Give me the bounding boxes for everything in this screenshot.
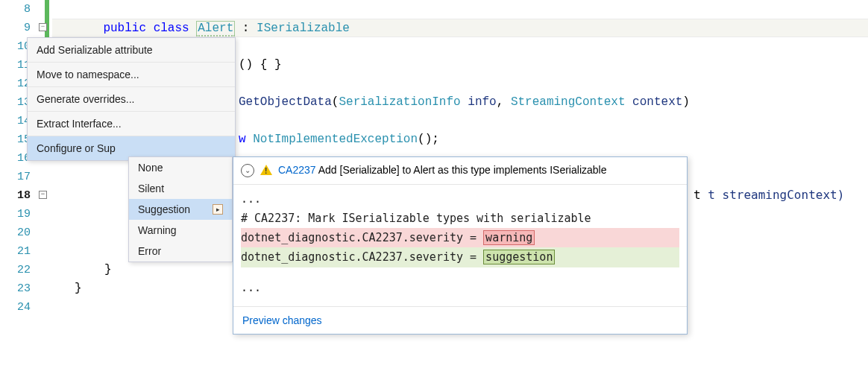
line-number: 23 bbox=[0, 279, 51, 298]
line-number: 19 bbox=[0, 205, 51, 224]
chevron-right-icon: ▸ bbox=[213, 204, 223, 215]
severity-error[interactable]: Error bbox=[129, 241, 232, 262]
line-number: 22 bbox=[0, 261, 51, 279]
menu-item-extract-interface[interactable]: Extract Interface... bbox=[28, 112, 235, 136]
diff-ellipsis: ... bbox=[241, 278, 679, 297]
code-fragment: t t streamingContext) bbox=[694, 188, 844, 202]
menu-item-add-serializable[interactable]: Add Serializable attribute bbox=[28, 38, 235, 63]
severity-silent[interactable]: Silent bbox=[129, 178, 232, 199]
severity-none[interactable]: None bbox=[129, 157, 232, 178]
fix-preview-panel: ⌄ CA2237 Add [Serializable] to Alert as … bbox=[233, 156, 688, 335]
preview-header: ⌄ CA2237 Add [Serializable] to Alert as … bbox=[233, 157, 687, 185]
line-number: 21 bbox=[0, 242, 51, 261]
fold-toggle[interactable]: − bbox=[39, 23, 47, 31]
chevron-down-icon[interactable]: ⌄ bbox=[241, 164, 254, 177]
severity-warning[interactable]: Warning bbox=[129, 220, 232, 241]
line-number: 9− bbox=[0, 19, 51, 37]
line-number: 20 bbox=[0, 224, 51, 242]
warning-icon bbox=[260, 165, 272, 175]
code-line bbox=[52, 0, 868, 19]
menu-item-generate-overrides[interactable]: Generate overrides... bbox=[28, 87, 235, 112]
diff-removed-line: dotnet_diagnostic.CA2237.severity = warn… bbox=[241, 228, 679, 247]
line-number: 18− bbox=[0, 186, 51, 205]
line-number: 8 bbox=[0, 0, 51, 19]
line-number: 24 bbox=[0, 298, 51, 317]
severity-suggestion[interactable]: Suggestion▸ bbox=[129, 199, 232, 220]
preview-changes-link[interactable]: Preview changes bbox=[233, 306, 687, 334]
diff-added-line: dotnet_diagnostic.CA2237.severity = sugg… bbox=[241, 247, 679, 267]
preview-diff: ... # CA2237: Mark ISerializable types w… bbox=[233, 185, 687, 306]
class-identifier: Alert bbox=[196, 21, 235, 37]
diff-ellipsis: ... bbox=[241, 189, 679, 209]
fold-toggle[interactable]: − bbox=[39, 191, 47, 199]
quick-actions-menu: Add Serializable attribute Move to names… bbox=[27, 37, 236, 161]
severity-submenu: None Silent Suggestion▸ Warning Error bbox=[128, 156, 233, 262]
menu-item-move-namespace[interactable]: Move to namespace... bbox=[28, 63, 235, 87]
change-marker bbox=[45, 0, 49, 19]
line-number: 17 bbox=[0, 168, 51, 186]
preview-title: CA2237 Add [Serializable] to Alert as th… bbox=[278, 163, 606, 178]
code-line: public class Alert : ISerializable bbox=[52, 19, 868, 37]
rule-link[interactable]: CA2237 bbox=[278, 164, 316, 176]
diff-comment: # CA2237: Mark ISerializable types with … bbox=[241, 209, 679, 228]
